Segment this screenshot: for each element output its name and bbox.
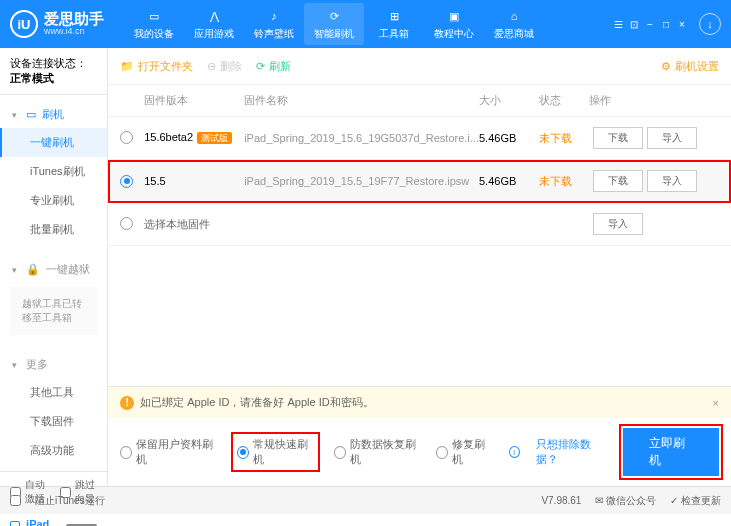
maximize-icon[interactable]: □ <box>659 17 673 31</box>
radio-unchecked[interactable] <box>120 217 133 230</box>
firmware-name: iPad_Spring_2019_15.6_19G5037d_Restore.i… <box>244 132 479 144</box>
wechat-icon: ✉ <box>595 495 603 506</box>
nav-tutorial[interactable]: ▣教程中心 <box>424 3 484 45</box>
nav-my-device[interactable]: ▭我的设备 <box>124 3 184 45</box>
app-icon: ⋀ <box>205 7 223 25</box>
sidebar-item-other[interactable]: 其他工具 <box>0 378 107 407</box>
device-info[interactable]: iPad Air 3 64GB <box>0 512 107 526</box>
info-icon[interactable]: i <box>509 446 520 458</box>
block-itunes-checkbox[interactable] <box>10 495 21 506</box>
refresh-icon: ⟳ <box>256 60 265 73</box>
app-name: 爱思助手 <box>44 11 104 28</box>
lock-icon[interactable]: ⊡ <box>627 17 641 31</box>
check-update-link[interactable]: ✓ 检查更新 <box>670 494 721 508</box>
firmware-status: 未下载 <box>539 131 589 146</box>
sidebar-item-batch[interactable]: 批量刷机 <box>0 215 107 244</box>
sidebar-head-more[interactable]: ▾更多 <box>0 351 107 378</box>
nav-apps[interactable]: ⋀应用游戏 <box>184 3 244 45</box>
sidebar: 设备连接状态：正常模式 ▾▭刷机 一键刷机 iTunes刷机 专业刷机 批量刷机… <box>0 48 108 486</box>
warning-icon: ! <box>120 396 134 410</box>
close-warning-icon[interactable]: × <box>713 397 719 409</box>
col-ops: 操作 <box>589 93 719 108</box>
radio-checked <box>237 446 249 459</box>
opt-repair[interactable]: 修复刷机 <box>436 437 492 467</box>
firmware-row[interactable]: 15.6beta2测试版 iPad_Spring_2019_15.6_19G50… <box>108 117 731 160</box>
opt-normal-flash[interactable]: 常规快速刷机 <box>233 434 318 470</box>
toolbar: 📁打开文件夹 ⊖删除 ⟳刷新 ⚙刷机设置 <box>108 48 731 84</box>
warning-text: 如已绑定 Apple ID，请准备好 Apple ID和密码。 <box>140 395 374 410</box>
ipad-icon <box>10 521 20 526</box>
table-header: 固件版本 固件名称 大小 状态 操作 <box>108 84 731 117</box>
delete-button[interactable]: ⊖删除 <box>207 59 242 74</box>
radio-checked[interactable] <box>120 175 133 188</box>
radio-unchecked <box>334 446 346 459</box>
sidebar-item-pro[interactable]: 专业刷机 <box>0 186 107 215</box>
lock-icon: 🔒 <box>26 263 40 276</box>
menu-icon[interactable]: ☰ <box>611 17 625 31</box>
minimize-icon[interactable]: − <box>643 17 657 31</box>
chevron-down-icon: ▾ <box>12 110 20 120</box>
version-label: V7.98.61 <box>541 495 581 506</box>
radio-unchecked[interactable] <box>120 131 133 144</box>
flash-options: 保留用户资料刷机 常规快速刷机 防数据恢复刷机 修复刷机 i 只想排除数据？ 立… <box>108 418 731 486</box>
firmware-status: 未下载 <box>539 174 589 189</box>
beta-badge: 测试版 <box>197 132 232 144</box>
col-status: 状态 <box>539 93 589 108</box>
connection-status: 设备连接状态：正常模式 <box>0 48 107 95</box>
col-size: 大小 <box>479 93 539 108</box>
download-button[interactable]: 下载 <box>593 170 643 192</box>
firmware-name: iPad_Spring_2019_15.5_19F77_Restore.ipsw <box>244 175 479 187</box>
toolbox-icon: ⊞ <box>385 7 403 25</box>
sidebar-item-itunes[interactable]: iTunes刷机 <box>0 157 107 186</box>
folder-icon: 📁 <box>120 60 134 73</box>
radio-unchecked <box>120 446 132 459</box>
exclude-data-link[interactable]: 只想排除数据？ <box>536 437 607 467</box>
local-firmware-label: 选择本地固件 <box>144 217 589 232</box>
firmware-size: 5.46GB <box>479 175 539 187</box>
import-button[interactable]: 导入 <box>647 170 697 192</box>
main-nav: ▭我的设备 ⋀应用游戏 ♪铃声壁纸 ⟳智能刷机 ⊞工具箱 ▣教程中心 ⌂爱思商城 <box>124 3 544 45</box>
sidebar-head-jailbreak[interactable]: ▾🔒一键越狱 <box>0 256 107 283</box>
update-icon: ✓ <box>670 495 678 506</box>
refresh-icon: ⟳ <box>325 7 343 25</box>
sync-icon[interactable]: ↓ <box>699 13 721 35</box>
download-button[interactable]: 下载 <box>593 127 643 149</box>
refresh-button[interactable]: ⟳刷新 <box>256 59 291 74</box>
wechat-link[interactable]: ✉ 微信公众号 <box>595 494 656 508</box>
sidebar-item-advanced[interactable]: 高级功能 <box>0 436 107 465</box>
sidebar-item-download[interactable]: 下载固件 <box>0 407 107 436</box>
import-button[interactable]: 导入 <box>647 127 697 149</box>
warning-bar: ! 如已绑定 Apple ID，请准备好 Apple ID和密码。 × <box>108 387 731 418</box>
nav-store[interactable]: ⌂爱思商城 <box>484 3 544 45</box>
firmware-row-selected[interactable]: 15.5 iPad_Spring_2019_15.5_19F77_Restore… <box>108 160 731 203</box>
flash-head-icon: ▭ <box>26 108 36 121</box>
gear-icon: ⚙ <box>661 60 671 73</box>
logo-icon: iU <box>10 10 38 38</box>
sidebar-item-oneclick[interactable]: 一键刷机 <box>0 128 107 157</box>
close-icon[interactable]: × <box>675 17 689 31</box>
statusbar: 阻止iTunes运行 V7.98.61 ✉ 微信公众号 ✓ 检查更新 <box>0 486 731 514</box>
delete-icon: ⊖ <box>207 60 216 73</box>
titlebar: iU 爱思助手 www.i4.cn ▭我的设备 ⋀应用游戏 ♪铃声壁纸 ⟳智能刷… <box>0 0 731 48</box>
main-panel: 📁打开文件夹 ⊖删除 ⟳刷新 ⚙刷机设置 固件版本 固件名称 大小 状态 操作 … <box>108 48 731 486</box>
flash-settings-button[interactable]: ⚙刷机设置 <box>661 59 719 74</box>
firmware-size: 5.46GB <box>479 132 539 144</box>
phone-icon: ▭ <box>145 7 163 25</box>
open-folder-button[interactable]: 📁打开文件夹 <box>120 59 193 74</box>
local-firmware-row[interactable]: 选择本地固件 导入 <box>108 203 731 246</box>
flash-now-button[interactable]: 立即刷机 <box>623 428 719 476</box>
col-name: 固件名称 <box>244 93 479 108</box>
app-url: www.i4.cn <box>44 27 104 37</box>
nav-ringtone[interactable]: ♪铃声壁纸 <box>244 3 304 45</box>
opt-anti-recovery[interactable]: 防数据恢复刷机 <box>334 437 421 467</box>
chevron-down-icon: ▾ <box>12 265 20 275</box>
radio-unchecked <box>436 446 448 459</box>
opt-keep-data[interactable]: 保留用户资料刷机 <box>120 437 217 467</box>
window-controls: ☰ ⊡ − □ × ↓ <box>611 13 721 35</box>
import-local-button[interactable]: 导入 <box>593 213 643 235</box>
jailbreak-note: 越狱工具已转移至工具箱 <box>10 287 97 335</box>
nav-flash[interactable]: ⟳智能刷机 <box>304 3 364 45</box>
app-logo: iU 爱思助手 www.i4.cn <box>10 10 104 38</box>
nav-toolbox[interactable]: ⊞工具箱 <box>364 3 424 45</box>
sidebar-head-flash[interactable]: ▾▭刷机 <box>0 101 107 128</box>
